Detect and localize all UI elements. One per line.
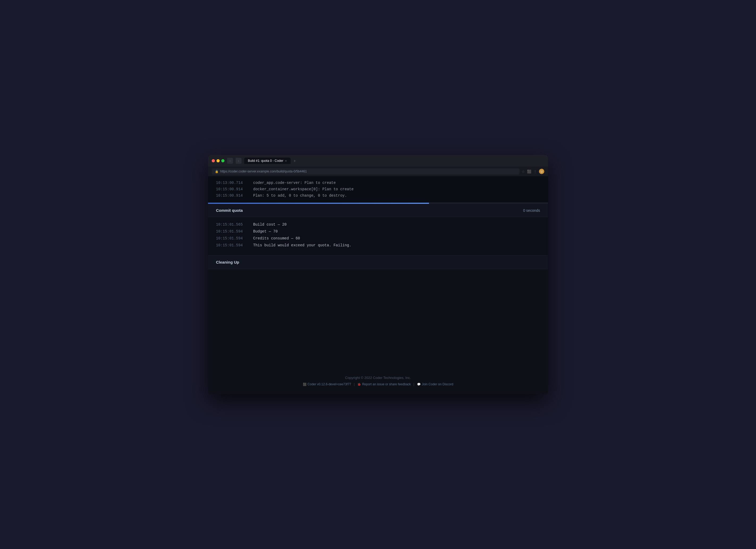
toolbar-icons: ☆ ⬛ ⋮ U [522,169,544,174]
content-log-timestamp: 10:15:01.594 [216,228,245,235]
extensions-icon[interactable]: ⬛ [527,169,531,173]
log-message: docker_container.workspace[0]: Plan to c… [253,186,354,193]
log-timestamp: 10:15:00.914 [216,186,245,193]
address-bar[interactable]: 🔒 https://coder.coder-server.example.com… [212,168,520,174]
log-line: 10:15:00.914 docker_container.workspace[… [216,186,540,193]
log-message: coder_app.code-server: Plan to create [253,180,336,186]
content-log-line: 10:15:01.594 Credits consumed — 60 [216,235,540,242]
cleaning-up-section: Cleaning Up [208,255,548,269]
forward-button[interactable]: › [236,158,241,164]
content-log-line: 10:15:01.565 Build cost — 20 [216,221,540,228]
content-log-message: Credits consumed — 60 [253,235,300,242]
traffic-light-green[interactable] [221,159,224,162]
section-title: Commit quota [216,208,243,212]
footer-links: ⬛ Coder v0.12.6-devel+cee73f77 | 🐞 Repor… [303,382,453,386]
browser-content: 10:13:00.714 coder_app.code-server: Plan… [208,176,548,394]
coder-logo-icon: ⬛ [303,383,307,386]
report-issue-text: Report an issue or share feedback [362,382,411,386]
content-log-timestamp: 10:15:01.565 [216,221,245,228]
content-log-message: Budget — 70 [253,228,278,235]
browser-window: ‹ › Build #1: quota 0 - Coder ✕ + 🔒 http… [208,155,548,394]
back-button[interactable]: ‹ [227,158,233,164]
tab-close-button[interactable]: ✕ [285,159,287,162]
discord-icon: 💬 [417,383,421,386]
coder-version-text: Coder v0.12.6-devel+cee73f77 [308,382,351,386]
tab-bar: Build #1: quota 0 - Coder ✕ + [244,157,544,164]
content-log-timestamp: 10:15:01.594 [216,235,245,242]
log-line: 10:13:00.714 coder_app.code-server: Plan… [216,180,540,186]
commit-quota-section: Commit quota 0 seconds 10:15:01.565 Buil… [208,204,548,255]
section-header: Commit quota 0 seconds [208,204,548,217]
footer-copyright: Copyright © 2022 Coder Technologies, Inc… [345,376,411,380]
content-log-line: 10:15:01.594 Budget — 70 [216,228,540,235]
bookmark-icon[interactable]: ☆ [522,169,525,173]
address-bar-row: 🔒 https://coder.coder-server.example.com… [208,167,548,176]
discord-link[interactable]: 💬 Join Coder on Discord [417,382,453,386]
terminal-log: 10:13:00.714 coder_app.code-server: Plan… [208,176,548,203]
footer-separator-2: | [414,382,414,386]
content-log-timestamp: 10:15:01.594 [216,242,245,249]
coder-version-link[interactable]: ⬛ Coder v0.12.6-devel+cee73f77 [303,382,351,386]
content-log-message: Build cost — 20 [253,221,287,228]
menu-icon[interactable]: ⋮ [533,169,537,173]
content-log-message: This build would exceed your quota. Fail… [253,242,351,249]
traffic-light-red[interactable] [212,159,215,162]
section-content: 10:15:01.565 Build cost — 20 10:15:01.59… [208,217,548,255]
log-timestamp: 10:15:00.914 [216,193,245,199]
log-line: 10:15:00.914 Plan: 5 to add, 0 to change… [216,193,540,199]
new-tab-button[interactable]: + [292,158,298,164]
active-tab[interactable]: Build #1: quota 0 - Coder ✕ [244,157,291,164]
page-footer: Copyright © 2022 Coder Technologies, Inc… [208,269,548,394]
content-log-line: 10:15:01.594 This build would exceed you… [216,242,540,249]
footer-separator-1: | [354,382,355,386]
discord-text: Join Coder on Discord [422,382,453,386]
avatar-icon[interactable]: U [539,169,544,174]
section-time: 0 seconds [523,208,540,212]
log-timestamp: 10:13:00.714 [216,180,245,186]
tab-title: Build #1: quota 0 - Coder [248,159,283,163]
cleaning-title: Cleaning Up [216,260,239,264]
lock-icon: 🔒 [215,170,219,173]
bug-icon: 🐞 [357,383,361,386]
browser-chrome: ‹ › Build #1: quota 0 - Coder ✕ + [208,155,548,167]
report-issue-link[interactable]: 🐞 Report an issue or share feedback [357,382,411,386]
log-message: Plan: 5 to add, 0 to change, 0 to destro… [253,193,347,199]
traffic-lights [212,159,224,162]
url-text: https://coder.coder-server.example.com/b… [220,169,307,173]
traffic-light-yellow[interactable] [216,159,220,162]
